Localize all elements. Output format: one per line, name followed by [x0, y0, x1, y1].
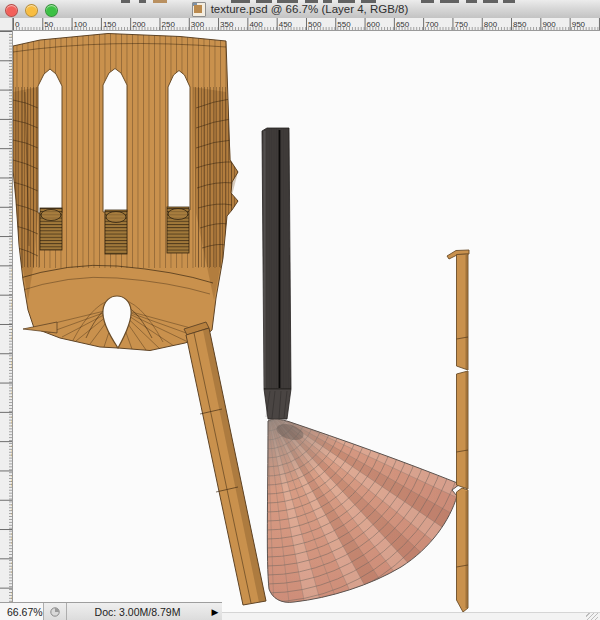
background-window-fragment — [323, 0, 332, 3]
ruler-label: 200 — [132, 20, 145, 29]
resize-grip[interactable] — [586, 613, 598, 620]
uv-island-dark-bar — [262, 128, 291, 419]
background-window-fragment — [231, 0, 250, 3]
background-window-fragment — [503, 0, 515, 3]
ruler-label: 700 — [425, 20, 438, 29]
ruler-label: 500 — [308, 20, 321, 29]
ruler-label: 600 — [367, 20, 380, 29]
window-title: texture.psd @ 66.7% (Layer 4, RGB/8) — [211, 3, 409, 15]
ruler-label: 100 — [74, 20, 87, 29]
traffic-lights — [5, 4, 58, 17]
background-window-fragment — [277, 0, 298, 3]
zoom-button[interactable] — [45, 4, 58, 17]
vertical-ruler[interactable]: 0501001502002503003504004505005506006507… — [0, 31, 13, 602]
background-window-fragment — [139, 0, 146, 3]
background-window-fragment — [305, 0, 318, 3]
zoom-level-value: 66.67% — [7, 606, 43, 618]
ruler-label: 750 — [455, 20, 468, 29]
ruler-origin-box[interactable] — [0, 18, 13, 31]
status-menu-arrow[interactable]: ▶ — [208, 603, 222, 620]
ruler-label: 950 — [572, 20, 585, 29]
background-window-fragment — [440, 0, 459, 3]
background-window-fragment — [421, 0, 434, 3]
background-window-fragment — [361, 0, 376, 3]
horizontal-ruler[interactable]: 0501001502002503003504004505005506006507… — [13, 18, 600, 31]
minimize-button[interactable] — [25, 4, 38, 17]
background-window-fragment — [338, 0, 355, 3]
ruler-label: 50 — [44, 20, 53, 29]
document-icon — [192, 2, 206, 17]
ruler-label: 150 — [103, 20, 116, 29]
background-window-fragment — [121, 0, 130, 3]
background-window-fragment — [483, 0, 498, 3]
ruler-label: 800 — [484, 20, 497, 29]
uv-island-plank — [184, 322, 266, 605]
ruler-label: 450 — [279, 20, 292, 29]
uv-island-thin-strip — [447, 250, 469, 612]
uv-island-tower — [13, 33, 238, 351]
uv-hatched-recess — [40, 207, 189, 254]
ruler-label: 350 — [220, 20, 233, 29]
horizontal-scrollbar-track[interactable] — [222, 612, 600, 620]
status-icon-cell[interactable] — [44, 603, 67, 620]
preview-icon — [49, 606, 61, 618]
ruler-label: 550 — [337, 20, 350, 29]
background-window-fragment — [466, 0, 477, 3]
ruler-label: 250 — [162, 20, 175, 29]
document-canvas[interactable] — [13, 31, 600, 612]
ruler-label: 400 — [249, 20, 262, 29]
document-size-info[interactable]: Doc: 3.00M/8.79M — [67, 603, 208, 620]
ruler-label: 850 — [513, 20, 526, 29]
ruler-label: 300 — [191, 20, 204, 29]
status-bar: 66.67% Doc: 3.00M/8.79M ▶ — [0, 602, 222, 620]
zoom-level-field[interactable]: 66.67% — [0, 603, 44, 620]
ruler-label: 0 — [15, 20, 19, 29]
ruler-label: 900 — [542, 20, 555, 29]
window-title-bar[interactable]: texture.psd @ 66.7% (Layer 4, RGB/8) — [0, 0, 600, 19]
document-size-value: Doc: 3.00M/8.79M — [95, 606, 181, 618]
background-window-fragment — [256, 0, 272, 3]
background-window-fragment — [153, 0, 167, 3]
close-button[interactable] — [5, 4, 18, 17]
ruler-label: 650 — [396, 20, 409, 29]
